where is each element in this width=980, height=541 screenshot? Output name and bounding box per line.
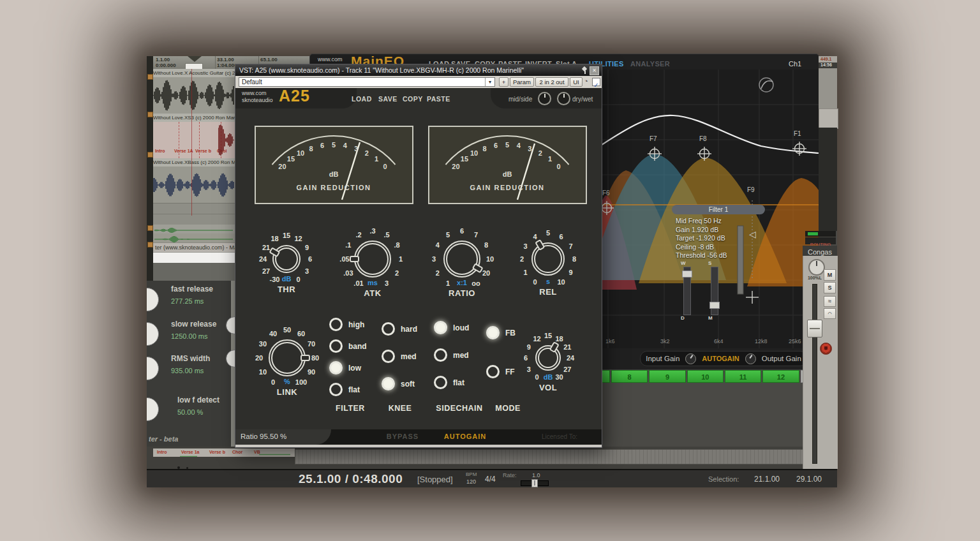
bottom-marker-strip[interactable]: Intro Verse 1a Verse b Chor VB [153,448,295,457]
save-button[interactable]: SAVE [378,95,397,103]
radio-option-low[interactable]: low [329,361,367,374]
mute-button[interactable]: M [824,269,836,281]
midi-track-row[interactable] [153,225,235,233]
track-icon[interactable] [147,74,153,80]
radio-dot[interactable] [434,376,447,389]
track-1-waveform[interactable] [153,77,235,114]
bpm-value[interactable]: 120 [466,478,476,485]
copy-button[interactable]: COPY [403,95,423,103]
time-signature[interactable]: 4/4 [485,475,496,484]
fx-button[interactable]: ≈ [824,296,836,307]
region-marker[interactable]: Verse b [209,450,225,454]
io-button[interactable]: 2 in 2 out [535,77,568,87]
bypass-button[interactable]: BYPASS [383,433,422,440]
drywet-knob[interactable] [557,92,570,105]
collapse-triangle-icon[interactable]: ◁ [749,229,756,239]
radio-option-med[interactable]: med [382,350,417,363]
radio-option-FB[interactable]: FB [486,326,516,339]
radio-option-soft[interactable]: soft [382,377,417,390]
radio-option-med[interactable]: med [434,348,469,362]
radio-option-flat[interactable]: flat [329,383,367,396]
threshold-knob[interactable]: -302724211815129630dBTHR [272,245,301,273]
radio-dot[interactable] [329,361,343,374]
autogain-button[interactable]: AUTOGAIN [440,433,491,440]
output-gain-knob[interactable] [745,353,756,364]
track-2-region[interactable]: Intro Verse 1A Verse b Choi [153,122,235,158]
pin-icon[interactable] [581,66,588,74]
param-knob[interactable] [147,288,159,311]
radio-dot[interactable] [329,383,343,396]
load-button[interactable]: LOAD [352,95,372,103]
ui-button[interactable]: UI [570,77,583,87]
radio-option-hard[interactable]: hard [382,322,417,336]
preset-dropdown[interactable]: Default ▾ [239,77,495,87]
param-knob[interactable] [226,316,235,334]
transport-position[interactable]: 25.1.00 / 0:48.000 [299,472,403,486]
track-2-name[interactable]: Without Love.XS3 (c) 2000 Ron Marine [153,114,235,122]
rate-slider-handle[interactable] [531,479,538,487]
track-icon[interactable] [147,152,153,158]
track-3-name[interactable]: Without Love.XBass (c) 2000 Ron Mar [153,158,235,167]
radio-dot[interactable] [329,318,343,331]
track-3-waveform[interactable] [153,167,235,203]
param-knob[interactable] [147,322,159,346]
close-icon[interactable]: ✕ [590,66,599,75]
radio-option-FF[interactable]: FF [486,365,516,378]
radio-dot[interactable] [434,321,447,334]
volume-knob[interactable]: 036912151821242730dBVOL [535,345,561,371]
chevron-down-icon[interactable]: ▾ [485,78,494,86]
enable-checkbox[interactable]: ✓ [592,78,600,86]
release-knob[interactable]: 012345678910sREL [531,242,565,276]
maineq-analyser-tab[interactable]: ANALYSER [630,60,670,68]
fader-handle[interactable] [807,320,822,337]
pan-knob[interactable] [808,259,825,276]
attack-knob[interactable]: .01.03.05.1.2.3.5.8123msATK [354,241,391,278]
wet-dry-handle[interactable] [682,270,692,278]
paste-button[interactable]: PASTE [427,95,450,103]
radio-dot[interactable] [486,326,500,339]
maineq-channel[interactable]: Ch1 [789,60,801,68]
add-preset-button[interactable]: + [499,77,509,87]
radio-dot[interactable] [329,339,343,353]
radio-option-loud[interactable]: loud [434,321,469,334]
fader-track[interactable] [812,284,817,464]
midi-track-row[interactable] [153,233,235,242]
input-gain-knob[interactable] [685,353,696,364]
param-knob[interactable] [147,397,159,421]
eq-autogain-button[interactable]: AUTOGAIN [702,355,739,362]
master-window-titlebar[interactable]: ter (www.sknoteaudio.com) - Master T [153,242,235,253]
region-marker[interactable]: Intro [157,450,167,454]
radio-dot[interactable] [382,322,395,336]
param-knob[interactable] [147,357,159,380]
region-marker[interactable]: Verse b [195,149,211,153]
record-arm-button[interactable] [820,343,832,355]
param-knob[interactable] [226,350,235,367]
region-marker[interactable]: Intro [155,149,165,153]
track-icon[interactable] [147,225,153,231]
playhead-marker[interactable] [188,56,202,62]
midside-knob[interactable] [538,92,551,105]
radio-dot[interactable] [486,365,500,378]
vst-titlebar[interactable]: VST: A25 (www.sknoteaudio.com) - Track 1… [235,64,602,76]
param-button[interactable]: Param [510,77,534,87]
region-marker[interactable]: Verse 1A [174,149,193,153]
track-icon[interactable] [147,112,153,117]
mixer-track-name[interactable]: Congas [803,246,837,256]
wet-knob-icon[interactable]: ◔ [584,77,588,85]
ratio-knob[interactable]: 123456781020oox:1RATIO [443,241,480,278]
selection-end[interactable]: 29.1.00 [796,475,822,484]
eq-display[interactable]: F6 F7 F8 F9 F1 Filter 1 Mid Freq 50 Hz G… [602,70,819,348]
arrange-overview-strip[interactable] [295,449,820,464]
stereo-mono-handle[interactable] [709,302,720,309]
track-1-name[interactable]: Without Love.X Acoustic Guitar (c) 200 [153,69,235,77]
solo-button[interactable]: S [824,282,836,293]
radio-dot[interactable] [382,377,395,390]
radio-dot[interactable] [382,350,395,363]
selection-start[interactable]: 21.1.00 [754,475,780,484]
radio-option-flat[interactable]: flat [434,376,469,389]
radio-dot[interactable] [434,348,447,362]
radio-option-band[interactable]: band [329,339,367,353]
radio-option-high[interactable]: high [329,318,367,331]
env-button[interactable]: ◠ [824,308,836,319]
routing-button[interactable]: ROUTING [805,237,836,244]
